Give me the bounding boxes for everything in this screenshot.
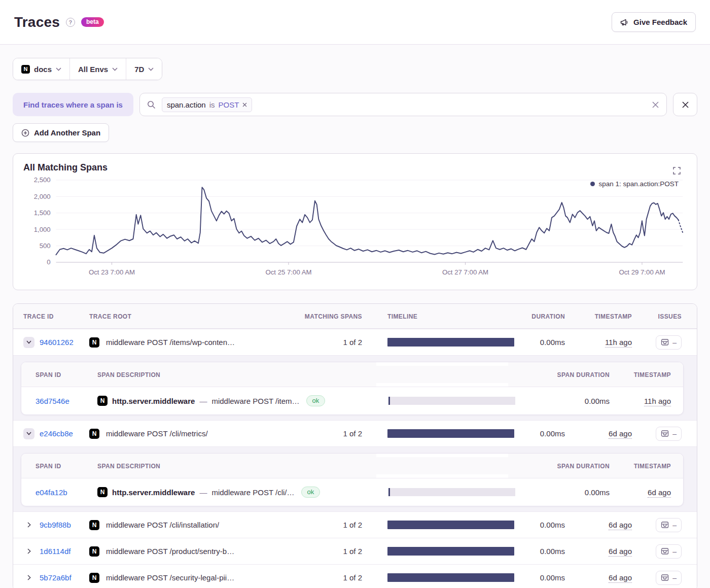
- span-timeline-bar[interactable]: [388, 397, 515, 405]
- trace-root-text: middleware POST /cli/installation/: [106, 521, 219, 529]
- expanded-span-section: Span ID Span Description Span Duration T…: [13, 446, 697, 511]
- svg-text:1,000: 1,000: [34, 226, 51, 233]
- issues-button[interactable]: –: [656, 544, 682, 559]
- trace-root-text: middleware POST /items/wp-conten…: [106, 338, 235, 347]
- expanded-span-section: Span ID Span Description Span Duration T…: [13, 355, 697, 420]
- table-row: 1d6114df N middleware POST /product/sent…: [13, 538, 697, 564]
- issues-icon: [661, 547, 669, 555]
- span-timestamp[interactable]: 11h ago: [644, 397, 671, 406]
- close-query-button[interactable]: [673, 93, 697, 116]
- project-filter[interactable]: N docs: [13, 58, 69, 80]
- timeline-bar[interactable]: [387, 521, 514, 529]
- collapse-row-button[interactable]: [23, 337, 34, 348]
- nextjs-logo: N: [89, 520, 99, 530]
- table-row: 9cb9f88b N middleware POST /cli/installa…: [13, 511, 697, 538]
- nextjs-logo: N: [89, 429, 99, 439]
- timestamp-value[interactable]: 11h ago: [605, 338, 632, 348]
- svg-text:2,000: 2,000: [34, 193, 51, 200]
- status-badge: ok: [306, 395, 326, 406]
- expand-row-button[interactable]: [23, 546, 34, 557]
- legend-dot: [590, 182, 595, 186]
- spans-line-chart[interactable]: 05001,0001,5002,0002,500Oct 23 7:00 AMOc…: [20, 175, 690, 286]
- nextjs-logo: N: [89, 573, 99, 583]
- table-row: 5b72a6bf N middleware POST /security-leg…: [13, 564, 697, 588]
- span-id-link[interactable]: e04fa12b: [36, 488, 67, 497]
- chevron-down-icon: [112, 67, 118, 71]
- fullscreen-icon[interactable]: [673, 167, 681, 175]
- beta-badge: beta: [81, 17, 104, 27]
- trace-id-link[interactable]: 9cb9f88b: [40, 521, 71, 529]
- issues-icon: [661, 338, 669, 346]
- timeline-bar[interactable]: [387, 429, 514, 438]
- span-description: middleware POST /cli/…: [211, 488, 294, 497]
- date-range-filter[interactable]: 7D: [126, 58, 162, 80]
- timestamp-value[interactable]: 6d ago: [609, 521, 632, 530]
- status-badge: ok: [301, 487, 321, 498]
- issues-button[interactable]: –: [656, 335, 682, 350]
- expand-row-button[interactable]: [23, 520, 34, 531]
- trace-id-link[interactable]: 94601262: [40, 338, 74, 347]
- span-query-label: Find traces where a span is: [13, 93, 133, 116]
- nextjs-project-icon: N: [21, 65, 30, 74]
- nextjs-logo: N: [97, 487, 108, 497]
- trace-root-text: middleware POST /cli/metrics/: [106, 429, 208, 438]
- trace-id-link[interactable]: e246cb8e: [40, 429, 73, 438]
- svg-text:2,500: 2,500: [34, 176, 51, 184]
- chevron-down-icon: [148, 67, 154, 71]
- span-search-input[interactable]: span.action is POST: [139, 93, 667, 116]
- duration-value: 0.00ms: [509, 547, 565, 556]
- collapse-row-button[interactable]: [23, 428, 34, 439]
- span-id-link[interactable]: 36d7546e: [36, 397, 69, 405]
- page-header: Traces ? beta Give Feedback: [0, 0, 710, 45]
- issues-button[interactable]: –: [656, 518, 682, 532]
- clear-search-icon[interactable]: [652, 101, 659, 109]
- svg-text:Oct 27 7:00 AM: Oct 27 7:00 AM: [442, 268, 488, 276]
- chart-legend-item[interactable]: span 1: span.action:POST: [590, 180, 679, 188]
- duration-value: 0.00ms: [509, 338, 565, 347]
- add-another-span-button[interactable]: Add Another Span: [13, 123, 109, 142]
- duration-value: 0.00ms: [509, 429, 565, 438]
- svg-text:1,500: 1,500: [34, 209, 51, 217]
- timeline-bar[interactable]: [387, 338, 514, 347]
- search-icon: [147, 100, 156, 109]
- span-op: http.server.middleware: [112, 397, 195, 405]
- plus-circle-icon: [21, 129, 29, 137]
- timestamp-value[interactable]: 6d ago: [609, 573, 632, 583]
- page-title: Traces: [14, 14, 60, 30]
- remove-token-icon[interactable]: [242, 102, 247, 107]
- give-feedback-button[interactable]: Give Feedback: [612, 12, 696, 32]
- matching-spans-count: 1 of 2: [291, 338, 362, 347]
- timestamp-value[interactable]: 6d ago: [609, 547, 632, 557]
- span-op: http.server.middleware: [112, 488, 195, 497]
- matching-spans-count: 1 of 2: [291, 521, 362, 529]
- trace-id-link[interactable]: 1d6114df: [40, 547, 70, 556]
- help-icon[interactable]: ?: [66, 18, 75, 27]
- query-token[interactable]: span.action is POST: [162, 97, 252, 112]
- issues-icon: [661, 521, 669, 529]
- trace-id-link[interactable]: 5b72a6bf: [40, 573, 72, 582]
- issues-button[interactable]: –: [656, 427, 682, 441]
- all-matching-spans-panel: All Matching Spans span 1: span.action:P…: [13, 153, 697, 290]
- timeline-bar[interactable]: [387, 547, 514, 556]
- matching-spans-count: 1 of 2: [291, 547, 362, 556]
- svg-text:Oct 25 7:00 AM: Oct 25 7:00 AM: [265, 268, 311, 276]
- table-row: 94601262 N middleware POST /items/wp-con…: [13, 329, 697, 355]
- span-table-header: Span ID Span Description Span Duration T…: [21, 454, 683, 478]
- timestamp-value[interactable]: 6d ago: [609, 429, 632, 439]
- span-timeline-bar[interactable]: [388, 488, 515, 496]
- nextjs-logo: N: [97, 396, 108, 406]
- matching-spans-count: 1 of 2: [291, 429, 362, 438]
- table-header-row: Trace ID Trace Root Matching Spans Timel…: [13, 304, 697, 329]
- issues-button[interactable]: –: [656, 571, 682, 585]
- duration-value: 0.00ms: [509, 521, 565, 529]
- expand-row-button[interactable]: [23, 572, 34, 583]
- svg-text:Oct 23 7:00 AM: Oct 23 7:00 AM: [89, 268, 135, 276]
- timeline-bar[interactable]: [387, 573, 514, 582]
- page-filter-bar: N docs All Envs 7D: [13, 58, 162, 80]
- trace-root-text: middleware POST /product/sentry-b…: [106, 547, 234, 556]
- chevron-down-icon: [56, 67, 61, 71]
- environment-filter[interactable]: All Envs: [69, 58, 126, 80]
- span-duration-value: 0.00ms: [508, 488, 610, 497]
- span-timestamp[interactable]: 6d ago: [648, 488, 671, 498]
- matching-spans-count: 1 of 2: [291, 573, 362, 582]
